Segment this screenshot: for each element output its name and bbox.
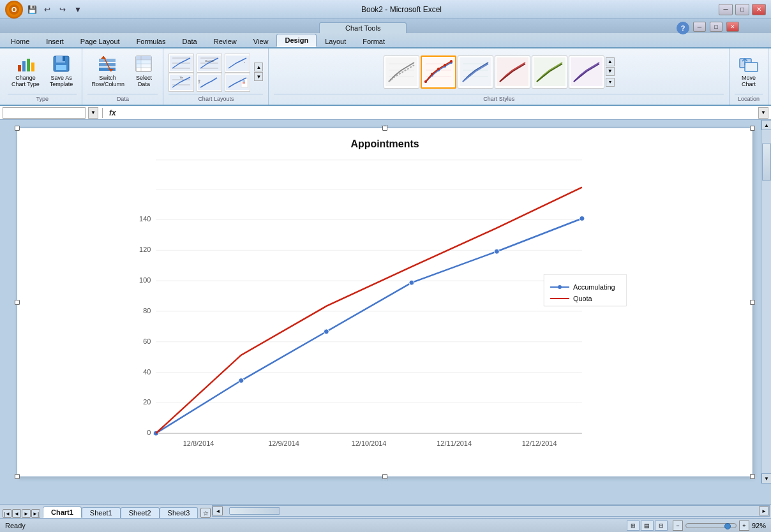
page-layout-view-btn[interactable]: ▤ (641, 521, 654, 531)
layout-5[interactable]: Axis (197, 73, 222, 92)
h-scroll-thumb[interactable] (229, 507, 280, 515)
chart-style-5[interactable] (532, 55, 567, 89)
svg-point-60 (437, 68, 440, 70)
chart-style-2[interactable] (421, 55, 456, 89)
layout-3[interactable]: ● (225, 54, 250, 73)
layout-scroll-up[interactable]: ▲ (254, 63, 263, 71)
sheet-tab-chart1[interactable]: Chart1 (43, 506, 82, 518)
tab-formulas[interactable]: Formulas (128, 35, 174, 47)
dropdown-btn[interactable]: ▼ (71, 3, 84, 16)
status-text: Ready (5, 522, 26, 529)
name-box[interactable] (3, 107, 86, 119)
undo-btn[interactable]: ↩ (41, 3, 54, 16)
formula-expand-btn[interactable]: ▼ (758, 107, 768, 119)
sheet-nav-prev[interactable]: ◄ (12, 509, 21, 518)
office-button[interactable]: O (5, 1, 23, 18)
tab-page-layout[interactable]: Page Layout (72, 35, 128, 47)
chart-style-3[interactable] (458, 55, 493, 89)
formula-fx-label: fx (107, 108, 119, 117)
page-break-view-btn[interactable]: ⊟ (655, 521, 668, 531)
resize-handle-tl[interactable] (15, 126, 20, 131)
chart-tools-header: Chart Tools (319, 22, 407, 33)
zoom-slider-thumb[interactable] (724, 523, 731, 529)
tab-view[interactable]: View (245, 35, 277, 47)
svg-point-61 (444, 64, 446, 66)
chart-style-1[interactable] (384, 55, 419, 89)
sheet-tabs-row: |◄ ◄ ► ►| Chart1 Sheet1 Sheet2 Sheet3 ☆ … (0, 504, 771, 518)
svg-text:Quota: Quota (573, 295, 593, 302)
save-as-template-button[interactable]: Save AsTemplate (46, 51, 77, 89)
save-quick-btn[interactable]: 💾 (26, 3, 38, 16)
minimize-btn[interactable]: ─ (719, 4, 733, 15)
sheet-tab-sheet2[interactable]: Sheet2 (121, 507, 160, 518)
svg-rect-45 (386, 57, 417, 86)
svg-text:12/9/2014: 12/9/2014 (268, 440, 299, 447)
zoom-out-btn[interactable]: − (673, 521, 683, 531)
svg-rect-33 (226, 55, 249, 71)
sheet-nav-last[interactable]: ►| (31, 509, 40, 518)
layout-grid: Chart Title ● Titl (168, 54, 251, 91)
ribbon-restore-btn[interactable]: □ (710, 22, 722, 32)
sheet-nav-first[interactable]: |◄ (3, 509, 11, 518)
scroll-down-btn[interactable]: ▼ (761, 473, 771, 484)
ribbon-minimize-btn[interactable]: ─ (693, 22, 706, 32)
tab-layout[interactable]: Layout (317, 35, 354, 47)
chart-layouts-label: Chart Layouts (168, 94, 263, 102)
switch-row-column-button[interactable]: SwitchRow/Column (87, 51, 127, 89)
close-btn[interactable]: ✕ (752, 4, 766, 15)
redo-btn[interactable]: ↪ (56, 3, 69, 16)
help-button[interactable]: ? (677, 22, 689, 34)
svg-text:60: 60 (143, 337, 151, 345)
style-scroll-down[interactable]: ▼ (606, 67, 615, 76)
change-chart-type-button[interactable]: ChangeChart Type (8, 51, 43, 89)
layout-1[interactable] (168, 54, 194, 73)
resize-handle-tr[interactable] (750, 126, 755, 131)
svg-point-62 (450, 60, 453, 63)
sheet-tab-sheet3[interactable]: Sheet3 (160, 507, 198, 518)
restore-btn[interactable]: □ (735, 4, 749, 15)
tab-review[interactable]: Review (206, 35, 245, 47)
h-scrollbar[interactable]: ◄ ► (212, 505, 770, 517)
tab-insert[interactable]: Insert (38, 35, 72, 47)
formula-bar: ▼ fx ▼ (0, 106, 771, 120)
resize-handle-mr[interactable] (750, 300, 755, 305)
resize-handle-bl[interactable] (15, 474, 20, 479)
scroll-thumb[interactable] (762, 143, 771, 181)
tab-design[interactable]: Design (276, 34, 317, 47)
add-sheet-btn[interactable]: ☆ (200, 508, 211, 518)
resize-handle-br[interactable] (750, 474, 755, 479)
tab-data[interactable]: Data (174, 35, 205, 47)
style-scroll-up[interactable]: ▲ (606, 57, 615, 66)
select-data-button[interactable]: SelectData (130, 51, 158, 89)
tab-format[interactable]: Format (354, 35, 393, 47)
sheet-tab-sheet1[interactable]: Sheet1 (82, 507, 121, 518)
layout-2[interactable]: Chart Title (197, 54, 222, 73)
move-chart-button[interactable]: MoveChart (735, 51, 763, 89)
h-scroll-right[interactable]: ► (759, 506, 769, 515)
name-box-dropdown[interactable]: ▼ (88, 107, 98, 119)
layout-4[interactable]: Title (168, 73, 194, 92)
chart-container[interactable]: Appointments 0 20 40 60 80 100 (17, 128, 753, 477)
resize-handle-bc[interactable] (382, 474, 387, 479)
resize-handle-tc[interactable] (382, 126, 387, 131)
layout-scroll-down[interactable]: ▼ (254, 72, 263, 81)
chart-style-6[interactable] (569, 55, 604, 89)
zoom-slider[interactable] (685, 523, 737, 528)
formula-input[interactable] (121, 107, 756, 119)
scroll-up-btn[interactable]: ▲ (761, 120, 771, 130)
scroll-track[interactable] (761, 130, 771, 473)
zoom-in-btn[interactable]: + (739, 521, 749, 531)
layout-6[interactable] (225, 73, 250, 92)
svg-point-59 (431, 73, 433, 75)
ribbon-group-chart-styles: ▲ ▼ ▾ Chart Styles (269, 48, 730, 105)
ribbon-close-btn[interactable]: ✕ (726, 22, 739, 32)
svg-rect-5 (31, 63, 34, 71)
tab-home[interactable]: Home (3, 35, 38, 47)
app-title: Book2 - Microsoft Excel (361, 5, 442, 14)
h-scroll-left[interactable]: ◄ (213, 506, 223, 515)
normal-view-btn[interactable]: ⊞ (627, 521, 640, 531)
sheet-nav-next[interactable]: ► (22, 509, 31, 518)
chart-style-4[interactable] (495, 55, 530, 89)
resize-handle-ml[interactable] (15, 300, 20, 305)
style-more-btn[interactable]: ▾ (606, 78, 615, 87)
